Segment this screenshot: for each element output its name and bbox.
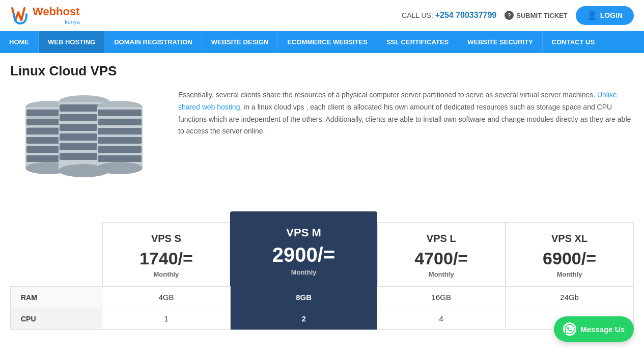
server-image [10, 89, 163, 191]
login-label: LOGIN [600, 11, 623, 19]
intro-section: Essentially, several clients share the r… [10, 89, 634, 191]
nav-item-website-design[interactable]: WEBSITE DESIGN [202, 31, 278, 53]
pricing-table: VPS S 1740/= Monthly VPS M 2900/= Monthl… [10, 211, 634, 330]
plan-header-vps-l: VPS L 4700/= Monthly [377, 211, 506, 287]
empty-header-cell [11, 211, 102, 287]
plan-vps-m-name: VPS M [236, 226, 372, 239]
vps-s-ram: 4GB [102, 287, 231, 308]
pricing-section: VPS S 1740/= Monthly VPS M 2900/= Monthl… [0, 211, 644, 340]
nav-item-ssl-certificates[interactable]: SSL CERTIFICATES [377, 31, 458, 53]
plan-vps-l-price: 4700/= [383, 249, 500, 268]
whatsapp-icon [563, 322, 576, 336]
submit-ticket-label: SUBMIT TICKET [516, 12, 567, 19]
table-row-ram: RAM 4GB 8GB 16GB 24Gb [11, 287, 634, 308]
top-right-area: CALL US: +254 700337799 ? SUBMIT TICKET … [402, 6, 634, 25]
vps-m-cpu: 2 [230, 308, 377, 330]
intro-link[interactable]: Unlike shared web hosting, [178, 91, 617, 111]
svg-rect-28 [98, 128, 142, 134]
vps-l-ram: 16GB [377, 287, 506, 308]
plan-vps-m-card: VPS M 2900/= Monthly [230, 211, 377, 286]
plan-header-vps-m: VPS M 2900/= Monthly [230, 211, 377, 287]
plan-vps-xl-price: 6900/= [511, 249, 628, 268]
plan-vps-xl-period: Monthly [511, 270, 628, 278]
svg-point-25 [97, 162, 143, 174]
nav-item-home[interactable]: HOME [0, 31, 39, 53]
login-button[interactable]: 👤 LOGIN [576, 6, 634, 25]
plan-vps-s-price: 1740/= [108, 249, 225, 268]
label-cpu: CPU [11, 308, 102, 330]
plan-vps-s-period: Monthly [108, 270, 225, 278]
logo-sub: kenya [33, 19, 80, 25]
nav-item-ecommerce-websites[interactable]: ECOMMERCE WEBSITES [278, 31, 377, 53]
svg-rect-29 [98, 137, 142, 144]
plan-header-vps-xl: VPS XL 6900/= Monthly [506, 211, 634, 287]
nav-item-domain-registration[interactable]: DOMAIN REGISTRATION [105, 31, 202, 53]
logo-w: W [33, 5, 43, 18]
label-ram: RAM [11, 287, 102, 308]
logo-text: Webhost kenya [33, 6, 80, 25]
intro-text: Essentially, several clients share the r… [178, 89, 634, 138]
message-us-button[interactable]: Message Us [554, 316, 634, 340]
vps-l-cpu: 4 [377, 308, 506, 330]
plan-vps-l-period: Monthly [383, 270, 500, 278]
main-content: Linux Cloud VPS [0, 53, 644, 191]
plan-vps-m-price: 2900/= [236, 243, 372, 266]
plan-vps-xl-card: VPS XL 6900/= Monthly [506, 222, 634, 286]
message-us-label: Message Us [580, 325, 625, 334]
top-bar: Webhost kenya CALL US: +254 700337799 ? … [0, 0, 644, 31]
call-us: CALL US: +254 700337799 [402, 11, 496, 20]
plan-vps-m-period: Monthly [236, 268, 372, 276]
plan-vps-l-name: VPS L [383, 233, 500, 245]
svg-rect-27 [98, 119, 142, 125]
logo-icon [10, 4, 31, 26]
svg-rect-26 [98, 110, 142, 116]
help-icon: ? [505, 11, 514, 20]
plan-vps-l-card: VPS L 4700/= Monthly [377, 222, 506, 286]
plan-vps-xl-name: VPS XL [511, 233, 628, 245]
nav-item-website-security[interactable]: WEBSITE SECURITY [458, 31, 543, 53]
logo[interactable]: Webhost kenya [10, 4, 80, 26]
phone-number[interactable]: +254 700337799 [435, 11, 497, 19]
svg-rect-30 [98, 146, 142, 153]
vps-m-ram: 8GB [230, 287, 377, 308]
pricing-header-row: VPS S 1740/= Monthly VPS M 2900/= Monthl… [11, 211, 634, 287]
plan-header-vps-s: VPS S 1740/= Monthly [102, 211, 231, 287]
plan-vps-s-name: VPS S [108, 233, 225, 245]
vps-s-cpu: 1 [102, 308, 231, 330]
plan-vps-s-card: VPS S 1740/= Monthly [102, 222, 231, 286]
person-icon: 👤 [587, 11, 597, 20]
nav-bar: HOME WEB HOSTING DOMAIN REGISTRATION WEB… [0, 31, 644, 53]
submit-ticket-link[interactable]: ? SUBMIT TICKET [505, 11, 567, 20]
page-title: Linux Cloud VPS [10, 63, 634, 79]
logo-brand: ebhost [43, 5, 79, 18]
nav-item-web-hosting[interactable]: WEB HOSTING [39, 31, 105, 53]
table-row-cpu: CPU 1 2 4 6 [11, 308, 634, 330]
nav-item-contact-us[interactable]: CONTACT US [543, 31, 604, 53]
vps-xl-ram: 24Gb [506, 287, 634, 308]
svg-rect-31 [98, 155, 142, 162]
call-label: CALL US: [402, 11, 433, 19]
